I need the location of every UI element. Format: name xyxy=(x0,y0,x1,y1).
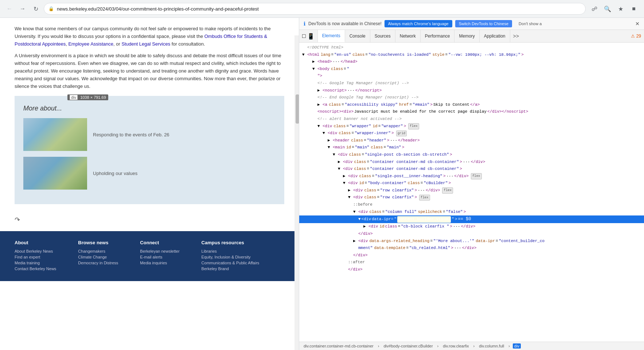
head-line[interactable]: ▶<head> ··· </head> xyxy=(299,58,644,66)
related-cont-line[interactable]: mment" data-template="cb_related.html"> … xyxy=(299,245,644,252)
dont-show-button[interactable]: Don't show a xyxy=(515,20,545,27)
paragraph-2: A University environment is a place in w… xyxy=(15,52,284,90)
inspect-icon: □ xyxy=(302,33,306,39)
browser-chrome: ← → ↻ 🔒 news.berkeley.edu/2024/03/04/our… xyxy=(0,0,644,18)
header-line[interactable]: ▶<header class="header"> ··· </header> xyxy=(299,137,644,144)
close-div-row[interactable]: </div> xyxy=(299,266,644,273)
more-about-item-2[interactable]: Upholding our values xyxy=(23,157,276,190)
footer-link-email-alerts[interactable]: E-mail alerts xyxy=(140,255,179,259)
skippy-link[interactable]: ▶<a class="accessibility skippy" href="#… xyxy=(299,101,644,109)
toolbar-right: ☍ 🔍 ★ ■ xyxy=(589,3,640,15)
main-area: We know that some members of our campus … xyxy=(0,18,644,350)
more-about-text-2: Upholding our values xyxy=(93,171,137,176)
footer-col-campus: Campus resources Libraries Equity, Inclu… xyxy=(202,240,259,272)
row1-line[interactable]: ▶<div class="row clearfix"> ··· </div>fl… xyxy=(299,187,644,194)
devtools-notification: ℹ DevTools is now available in Chinese! … xyxy=(299,18,644,30)
switch-devtools-button[interactable]: Switch DevTools to Chinese xyxy=(455,20,512,27)
footer-columns: About About Berkeley News Find an expert… xyxy=(15,240,284,272)
paragraph-1: We know that some members of our campus … xyxy=(15,25,284,48)
footer-link-brand[interactable]: Berkeley Brand xyxy=(202,267,259,271)
warnings-indicator[interactable]: ⚠ 29 xyxy=(628,34,644,39)
warning-count: 29 xyxy=(636,34,641,39)
footer-link-about-news[interactable]: About Berkeley News xyxy=(15,249,56,253)
devtools-inspect-button[interactable]: □ 📱 xyxy=(299,30,318,42)
footer-link-find-expert[interactable]: Find an expert xyxy=(15,255,56,259)
refresh-button[interactable]: ↻ xyxy=(31,4,41,14)
container2-line[interactable]: ▼<div class="container container-md cb-c… xyxy=(299,166,644,173)
more-about-section: More about... Responding to the events o… xyxy=(15,96,284,204)
breadcrumb-container[interactable]: div.container.container-md.cb-container xyxy=(302,343,375,349)
tab-memory[interactable]: Memory xyxy=(454,30,479,42)
more-about-text-1: Responding to the events of Feb. 26 xyxy=(93,132,169,137)
close-notification-button[interactable]: ✕ xyxy=(635,21,640,27)
bookmark-button[interactable]: ★ xyxy=(615,3,627,15)
devtools-tabs: □ 📱 Elements Console Sources Network Per… xyxy=(299,30,644,43)
single-post-line[interactable]: ▼<div class="single-post cb-section cb-s… xyxy=(299,151,644,159)
footer-link-communications[interactable]: Communications & Public Affairs xyxy=(202,261,259,265)
wrapper-inner-line[interactable]: ▼<div class="wrapper-inner">grid xyxy=(299,130,644,137)
footer-link-climate[interactable]: Climate Change xyxy=(78,255,118,259)
share-button[interactable]: ↷ xyxy=(15,216,20,224)
doctype-line[interactable]: <!DOCTYPE html> xyxy=(299,44,644,51)
address-bar[interactable]: 🔒 news.berkeley.edu/2024/03/04/our-commi… xyxy=(44,3,586,15)
footer-link-libraries[interactable]: Libraries xyxy=(202,249,259,253)
tab-sources[interactable]: Sources xyxy=(370,30,395,42)
tab-application[interactable]: Application xyxy=(480,30,510,42)
footer-col-browse: Browse news Changemakers Climate Change … xyxy=(78,240,118,272)
noscript-js-line[interactable]: <noscript><div>Javascript must be enable… xyxy=(299,108,644,116)
tab-network[interactable]: Network xyxy=(395,30,421,42)
after-pseudo: ::after xyxy=(299,259,644,266)
row2-line[interactable]: ▼<div class="row clearfix">flex xyxy=(299,194,644,201)
security-icon: 🔒 xyxy=(48,6,54,11)
back-button[interactable]: ← xyxy=(4,4,15,14)
column-full-line[interactable]: ▼<div class="column full" spellcheck="fa… xyxy=(299,209,644,216)
gtm-end-comment[interactable]: <!-- End Google Tag Manager (noscript) -… xyxy=(299,94,644,101)
footer-col-connect: Connect Berkeleyan newsletter E-mail ale… xyxy=(140,240,179,272)
footer-link-media-inquiries[interactable]: Media inquiries xyxy=(140,261,179,265)
device-icon: 📱 xyxy=(307,33,315,40)
inner-heading-line[interactable]: ▶<div class="single-post__inner-heading"… xyxy=(299,173,644,180)
dimension-tooltip: 1038 × 791.69 xyxy=(67,94,108,100)
url-text: news.berkeley.edu/2024/03/04/our-commitm… xyxy=(57,6,581,12)
more-about-item-1[interactable]: Responding to the events of Feb. 26 xyxy=(23,118,276,151)
footer-link-changemakers[interactable]: Changemakers xyxy=(78,249,118,253)
footer-link-equity[interactable]: Equity, Inclusion & Diversity xyxy=(202,255,259,259)
footer-link-contact[interactable]: Contact Berkeley News xyxy=(15,267,56,271)
main-line[interactable]: ▼<main id="main" class="main"> xyxy=(299,144,644,151)
translate-button[interactable]: ☍ xyxy=(589,3,600,15)
browser-toolbar: ← → ↻ 🔒 news.berkeley.edu/2024/03/04/our… xyxy=(0,0,644,18)
forward-button[interactable]: → xyxy=(17,4,28,14)
content-builder-visual-line[interactable]: ▼ <div data-ipr="content_builder_visual"… xyxy=(299,215,644,223)
tab-console[interactable]: Console xyxy=(345,30,370,42)
tab-elements[interactable]: Elements xyxy=(318,30,345,42)
alert-comment[interactable]: <!-- alert banner not activated --> xyxy=(299,116,644,123)
body-close-quote[interactable]: "> xyxy=(299,73,644,80)
selected-line-container: ▼ <div data-ipr="content_builder_visual"… xyxy=(299,215,644,223)
body-container-line[interactable]: ▼<div id="body-container" class="cBuilde… xyxy=(299,180,644,187)
container1-line[interactable]: ▶<div class="container container-md cb-c… xyxy=(299,159,644,166)
footer-link-newsletter[interactable]: Berkeleyan newsletter xyxy=(140,249,179,253)
breadcrumb-column[interactable]: div.column.full xyxy=(477,343,506,349)
breadcrumb-row[interactable]: div.row.clearfix xyxy=(441,343,470,349)
more-about-image-1 xyxy=(23,118,87,151)
noscript-line[interactable]: ▶<noscript> ··· </noscript> xyxy=(299,87,644,94)
cb-block-line[interactable]: ▶<div id class="cb-block clearfix "> ···… xyxy=(299,223,644,230)
footer-link-media-training[interactable]: Media training xyxy=(15,261,56,265)
breadcrumb-div[interactable]: div xyxy=(513,343,521,349)
close-div-col[interactable]: </div> xyxy=(299,252,644,259)
tab-performance[interactable]: Performance xyxy=(421,30,455,42)
related-heading-line[interactable]: ▶<div data-args-related_heading="'More a… xyxy=(299,238,644,245)
legal-link[interactable]: Student Legal Services xyxy=(121,41,170,47)
wrapper-line[interactable]: ▼<div class="wrapper" id="wrapper">flex xyxy=(299,123,644,130)
gtm-comment[interactable]: <!-- Google Tag Manager (noscript) --> xyxy=(299,80,644,87)
search-button[interactable]: 🔍 xyxy=(602,3,613,15)
extensions-button[interactable]: ■ xyxy=(628,3,640,15)
close-div-visual[interactable]: </div> xyxy=(299,230,644,238)
more-tabs-button[interactable]: >> xyxy=(510,30,522,42)
footer-link-democracy[interactable]: Democracy in Distress xyxy=(78,261,118,265)
breadcrumb-body-container[interactable]: div#body-container.cBuilder xyxy=(382,343,434,349)
employee-link[interactable]: Employee Assistance xyxy=(68,41,113,47)
body-line[interactable]: ▼<body class=" xyxy=(299,66,644,73)
match-language-button[interactable]: Always match Chrome's language xyxy=(385,20,452,27)
html-line[interactable]: ▼<html lang="en-us" class="no-touchevent… xyxy=(299,51,644,59)
